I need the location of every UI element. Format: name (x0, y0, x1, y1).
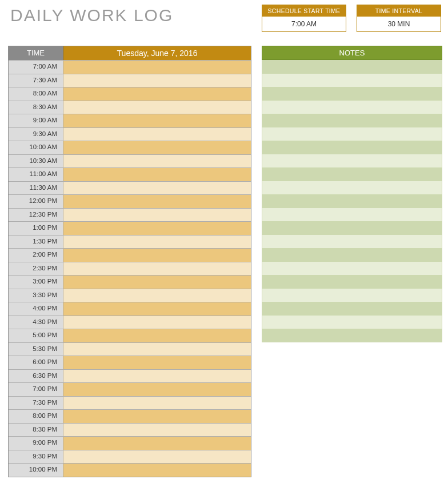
entry-cell[interactable] (63, 155, 251, 168)
entry-cell[interactable] (63, 424, 251, 437)
schedule-row: 10:00 PM (9, 463, 251, 477)
schedule-row: 8:00 AM (9, 87, 251, 101)
time-cell: 5:00 PM (9, 329, 63, 342)
time-cell: 1:00 PM (9, 222, 63, 235)
notes-row[interactable] (262, 60, 442, 74)
time-cell: 3:00 PM (9, 276, 63, 289)
interval-label: TIME INTERVAL (357, 5, 441, 17)
entry-cell[interactable] (63, 450, 251, 464)
schedule-row: 7:30 AM (9, 74, 251, 87)
notes-row[interactable] (262, 154, 442, 168)
notes-row[interactable] (262, 235, 442, 249)
entry-cell[interactable] (63, 397, 251, 410)
notes-row[interactable] (262, 181, 442, 195)
entry-cell[interactable] (63, 302, 251, 316)
schedule-row: 8:30 PM (9, 423, 251, 437)
notes-row[interactable] (262, 302, 442, 316)
notes-row[interactable] (262, 221, 442, 235)
entry-cell[interactable] (63, 87, 251, 101)
time-cell: 8:00 PM (9, 410, 63, 423)
entry-cell[interactable] (63, 383, 251, 396)
notes-row[interactable] (262, 275, 442, 289)
entry-cell[interactable] (63, 74, 251, 87)
time-cell: 4:00 PM (9, 302, 63, 316)
interval-box: TIME INTERVAL 30 MIN (357, 5, 441, 32)
entry-cell[interactable] (63, 195, 251, 208)
notes-row[interactable] (262, 289, 442, 302)
start-time-box: SCHEDULE START TIME 7:00 AM (262, 5, 346, 32)
schedule-row: 11:00 AM (9, 167, 251, 181)
entry-cell[interactable] (63, 114, 251, 127)
notes-row[interactable] (262, 248, 442, 262)
schedule-row: 4:00 PM (9, 302, 251, 316)
entry-cell[interactable] (63, 437, 251, 450)
notes-row[interactable] (262, 74, 442, 87)
time-column-header: TIME (9, 46, 63, 60)
notes-row[interactable] (262, 127, 442, 141)
entry-cell[interactable] (63, 141, 251, 154)
schedule-row: 7:30 PM (9, 396, 251, 410)
notes-row[interactable] (262, 316, 442, 329)
time-cell: 2:00 PM (9, 249, 63, 262)
time-cell: 11:00 AM (9, 168, 63, 181)
notes-row[interactable] (262, 101, 442, 114)
schedule-row: 7:00 AM (9, 60, 251, 74)
schedule-row: 12:00 PM (9, 194, 251, 208)
time-cell: 12:00 PM (9, 195, 63, 208)
entry-cell[interactable] (63, 289, 251, 302)
interval-value[interactable]: 30 MIN (357, 17, 441, 31)
time-cell: 9:30 AM (9, 128, 63, 141)
entry-cell[interactable] (63, 222, 251, 235)
notes-row[interactable] (262, 262, 442, 276)
start-time-value[interactable]: 7:00 AM (262, 17, 346, 31)
entry-cell[interactable] (63, 316, 251, 329)
entry-cell[interactable] (63, 464, 251, 477)
schedule-row: 9:30 PM (9, 450, 251, 464)
schedule-row: 8:30 AM (9, 101, 251, 114)
time-cell: 1:30 PM (9, 235, 63, 249)
notes-row[interactable] (262, 87, 442, 101)
notes-row[interactable] (262, 329, 442, 342)
schedule-row: 9:30 AM (9, 127, 251, 141)
notes-row[interactable] (262, 167, 442, 181)
notes-row[interactable] (262, 141, 442, 154)
entry-cell[interactable] (63, 168, 251, 181)
schedule-row: 5:30 PM (9, 342, 251, 356)
entry-cell[interactable] (63, 101, 251, 114)
entry-cell[interactable] (63, 209, 251, 222)
date-column-header: Tuesday, June 7, 2016 (63, 46, 251, 60)
schedule-row: 2:30 PM (9, 262, 251, 276)
entry-cell[interactable] (63, 182, 251, 195)
schedule-row: 6:00 PM (9, 356, 251, 369)
schedule-row: 11:30 AM (9, 181, 251, 195)
entry-cell[interactable] (63, 329, 251, 342)
entry-cell[interactable] (63, 262, 251, 276)
schedule-row: 7:00 PM (9, 382, 251, 396)
time-cell: 8:30 PM (9, 424, 63, 437)
notes-row[interactable] (262, 114, 442, 127)
entry-cell[interactable] (63, 235, 251, 249)
schedule-row: 4:30 PM (9, 316, 251, 329)
entry-cell[interactable] (63, 276, 251, 289)
control-boxes: SCHEDULE START TIME 7:00 AM TIME INTERVA… (262, 5, 441, 32)
time-cell: 5:30 PM (9, 343, 63, 356)
time-cell: 10:00 AM (9, 141, 63, 154)
entry-cell[interactable] (63, 410, 251, 423)
entry-cell[interactable] (63, 343, 251, 356)
time-cell: 11:30 AM (9, 182, 63, 195)
entry-cell[interactable] (63, 128, 251, 141)
time-cell: 12:30 PM (9, 209, 63, 222)
time-cell: 6:00 PM (9, 356, 63, 369)
start-time-label: SCHEDULE START TIME (262, 5, 346, 17)
entry-cell[interactable] (63, 61, 251, 74)
time-cell: 7:30 AM (9, 74, 63, 87)
time-cell: 7:30 PM (9, 397, 63, 410)
entry-cell[interactable] (63, 249, 251, 262)
entry-cell[interactable] (63, 370, 251, 383)
notes-row[interactable] (262, 208, 442, 222)
time-cell: 6:30 PM (9, 370, 63, 383)
notes-row[interactable] (262, 194, 442, 208)
time-cell: 10:00 PM (9, 464, 63, 477)
entry-cell[interactable] (63, 356, 251, 369)
schedule-row: 6:30 PM (9, 369, 251, 383)
